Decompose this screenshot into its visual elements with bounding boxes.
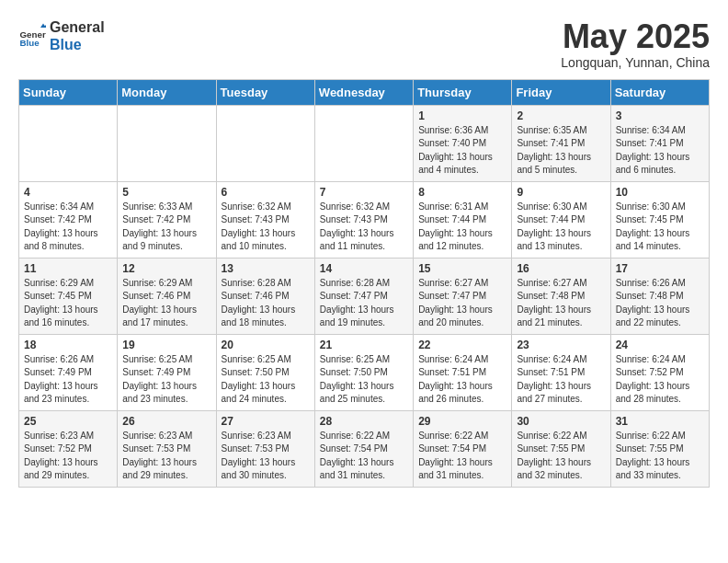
day-number: 29 [418, 415, 506, 428]
day-info: Sunrise: 6:28 AM Sunset: 7:47 PM Dayligh… [320, 277, 408, 330]
header-tuesday: Tuesday [216, 79, 314, 105]
week-row-4: 18Sunrise: 6:26 AM Sunset: 7:49 PM Dayli… [19, 334, 710, 410]
day-info: Sunrise: 6:30 AM Sunset: 7:45 PM Dayligh… [616, 201, 704, 254]
day-info: Sunrise: 6:22 AM Sunset: 7:54 PM Dayligh… [418, 430, 506, 483]
day-info: Sunrise: 6:29 AM Sunset: 7:46 PM Dayligh… [122, 277, 210, 330]
logo: General Blue GeneralBlue [18, 18, 105, 53]
day-info: Sunrise: 6:30 AM Sunset: 7:44 PM Dayligh… [517, 201, 605, 254]
day-info: Sunrise: 6:33 AM Sunset: 7:42 PM Dayligh… [122, 201, 210, 254]
day-cell: 5Sunrise: 6:33 AM Sunset: 7:42 PM Daylig… [118, 181, 216, 258]
day-number: 10 [616, 186, 704, 199]
day-cell: 28Sunrise: 6:22 AM Sunset: 7:54 PM Dayli… [314, 410, 413, 487]
day-info: Sunrise: 6:25 AM Sunset: 7:49 PM Dayligh… [122, 353, 210, 407]
day-cell: 24Sunrise: 6:24 AM Sunset: 7:52 PM Dayli… [610, 334, 709, 410]
location: Longquan, Yunnan, China [561, 55, 710, 70]
day-cell: 7Sunrise: 6:32 AM Sunset: 7:43 PM Daylig… [314, 181, 413, 258]
week-row-5: 25Sunrise: 6:23 AM Sunset: 7:52 PM Dayli… [19, 410, 710, 487]
day-cell [19, 105, 118, 181]
day-number: 22 [418, 339, 506, 351]
day-cell: 4Sunrise: 6:34 AM Sunset: 7:42 PM Daylig… [19, 181, 118, 258]
day-number: 30 [517, 415, 605, 428]
day-cell [216, 105, 314, 181]
day-info: Sunrise: 6:29 AM Sunset: 7:45 PM Dayligh… [24, 277, 112, 330]
day-info: Sunrise: 6:26 AM Sunset: 7:49 PM Dayligh… [24, 353, 112, 407]
day-number: 21 [320, 339, 408, 351]
week-row-1: 1Sunrise: 6:36 AM Sunset: 7:40 PM Daylig… [19, 105, 710, 181]
day-number: 15 [418, 262, 506, 275]
logo-icon: General Blue [18, 22, 46, 50]
day-cell [118, 105, 216, 181]
day-cell: 11Sunrise: 6:29 AM Sunset: 7:45 PM Dayli… [19, 258, 118, 334]
header-saturday: Saturday [610, 79, 709, 105]
week-row-2: 4Sunrise: 6:34 AM Sunset: 7:42 PM Daylig… [19, 181, 710, 258]
day-number: 16 [517, 262, 605, 275]
day-info: Sunrise: 6:27 AM Sunset: 7:47 PM Dayligh… [418, 277, 506, 330]
day-cell: 20Sunrise: 6:25 AM Sunset: 7:50 PM Dayli… [216, 334, 314, 410]
day-cell: 19Sunrise: 6:25 AM Sunset: 7:49 PM Dayli… [118, 334, 216, 410]
day-cell: 21Sunrise: 6:25 AM Sunset: 7:50 PM Dayli… [314, 334, 413, 410]
day-info: Sunrise: 6:23 AM Sunset: 7:53 PM Dayligh… [222, 430, 310, 483]
day-info: Sunrise: 6:23 AM Sunset: 7:53 PM Dayligh… [122, 430, 210, 483]
day-cell: 30Sunrise: 6:22 AM Sunset: 7:55 PM Dayli… [512, 410, 610, 487]
day-cell: 31Sunrise: 6:22 AM Sunset: 7:55 PM Dayli… [610, 410, 709, 487]
day-number: 2 [517, 109, 605, 122]
day-cell: 26Sunrise: 6:23 AM Sunset: 7:53 PM Dayli… [118, 410, 216, 487]
day-cell [314, 105, 413, 181]
header-wednesday: Wednesday [314, 79, 413, 105]
day-cell: 15Sunrise: 6:27 AM Sunset: 7:47 PM Dayli… [414, 258, 512, 334]
day-cell: 1Sunrise: 6:36 AM Sunset: 7:40 PM Daylig… [414, 105, 512, 181]
day-number: 28 [320, 415, 408, 428]
day-number: 6 [222, 186, 310, 199]
svg-text:Blue: Blue [20, 38, 40, 48]
day-info: Sunrise: 6:27 AM Sunset: 7:48 PM Dayligh… [517, 277, 605, 330]
day-info: Sunrise: 6:25 AM Sunset: 7:50 PM Dayligh… [222, 353, 310, 407]
day-cell: 18Sunrise: 6:26 AM Sunset: 7:49 PM Dayli… [19, 334, 118, 410]
day-cell: 29Sunrise: 6:22 AM Sunset: 7:54 PM Dayli… [414, 410, 512, 487]
day-cell: 6Sunrise: 6:32 AM Sunset: 7:43 PM Daylig… [216, 181, 314, 258]
day-info: Sunrise: 6:25 AM Sunset: 7:50 PM Dayligh… [320, 353, 408, 407]
day-cell: 13Sunrise: 6:28 AM Sunset: 7:46 PM Dayli… [216, 258, 314, 334]
day-cell: 8Sunrise: 6:31 AM Sunset: 7:44 PM Daylig… [414, 181, 512, 258]
day-number: 8 [418, 186, 506, 199]
day-number: 1 [418, 109, 506, 122]
day-cell: 22Sunrise: 6:24 AM Sunset: 7:51 PM Dayli… [414, 334, 512, 410]
day-info: Sunrise: 6:34 AM Sunset: 7:42 PM Dayligh… [24, 201, 112, 254]
day-info: Sunrise: 6:32 AM Sunset: 7:43 PM Dayligh… [320, 201, 408, 254]
week-row-3: 11Sunrise: 6:29 AM Sunset: 7:45 PM Dayli… [19, 258, 710, 334]
day-number: 31 [616, 415, 704, 428]
day-cell: 10Sunrise: 6:30 AM Sunset: 7:45 PM Dayli… [610, 181, 709, 258]
day-info: Sunrise: 6:31 AM Sunset: 7:44 PM Dayligh… [418, 201, 506, 254]
day-number: 11 [24, 262, 112, 275]
title-block: May 2025 Longquan, Yunnan, China [561, 18, 710, 70]
day-cell: 16Sunrise: 6:27 AM Sunset: 7:48 PM Dayli… [512, 258, 610, 334]
day-number: 25 [24, 415, 112, 428]
day-number: 14 [320, 262, 408, 275]
calendar-table: SundayMondayTuesdayWednesdayThursdayFrid… [18, 79, 710, 488]
header-sunday: Sunday [19, 79, 118, 105]
day-info: Sunrise: 6:24 AM Sunset: 7:51 PM Dayligh… [418, 353, 506, 407]
day-cell: 25Sunrise: 6:23 AM Sunset: 7:52 PM Dayli… [19, 410, 118, 487]
header-monday: Monday [118, 79, 216, 105]
day-info: Sunrise: 6:35 AM Sunset: 7:41 PM Dayligh… [517, 124, 605, 178]
day-cell: 2Sunrise: 6:35 AM Sunset: 7:41 PM Daylig… [512, 105, 610, 181]
day-number: 26 [122, 415, 210, 428]
day-number: 23 [517, 339, 605, 351]
day-number: 13 [222, 262, 310, 275]
logo-text: GeneralBlue [50, 18, 105, 53]
day-number: 19 [122, 339, 210, 351]
day-number: 12 [122, 262, 210, 275]
day-number: 7 [320, 186, 408, 199]
day-number: 3 [616, 109, 704, 122]
day-info: Sunrise: 6:34 AM Sunset: 7:41 PM Dayligh… [616, 124, 704, 178]
day-info: Sunrise: 6:36 AM Sunset: 7:40 PM Dayligh… [418, 124, 506, 178]
day-cell: 3Sunrise: 6:34 AM Sunset: 7:41 PM Daylig… [610, 105, 709, 181]
header-friday: Friday [512, 79, 610, 105]
day-number: 4 [24, 186, 112, 199]
day-info: Sunrise: 6:28 AM Sunset: 7:46 PM Dayligh… [222, 277, 310, 330]
day-info: Sunrise: 6:26 AM Sunset: 7:48 PM Dayligh… [616, 277, 704, 330]
day-cell: 14Sunrise: 6:28 AM Sunset: 7:47 PM Dayli… [314, 258, 413, 334]
day-number: 17 [616, 262, 704, 275]
day-info: Sunrise: 6:22 AM Sunset: 7:55 PM Dayligh… [616, 430, 704, 483]
month-title: May 2025 [561, 18, 710, 55]
page-header: General Blue GeneralBlue May 2025 Longqu… [18, 18, 710, 70]
